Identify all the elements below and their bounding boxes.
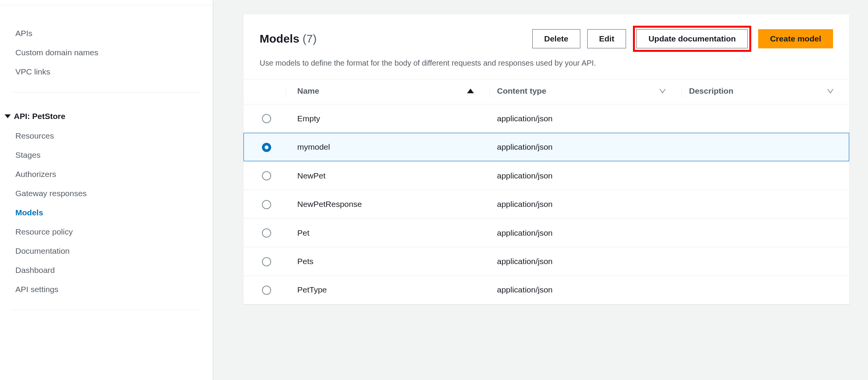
table-row[interactable]: Petapplication/json bbox=[244, 218, 849, 247]
cell-name: PetType bbox=[286, 276, 489, 304]
sidebar-item-vpc-links[interactable]: VPC links bbox=[15, 62, 197, 81]
page-title-count: (7) bbox=[303, 32, 317, 45]
row-radio[interactable] bbox=[262, 143, 271, 152]
create-model-button[interactable]: Create model bbox=[758, 29, 833, 48]
table-row[interactable]: mymodelapplication/json bbox=[244, 133, 849, 161]
row-radio[interactable] bbox=[262, 200, 271, 209]
sidebar-item-custom-domain-names[interactable]: Custom domain names bbox=[15, 43, 197, 62]
models-panel: Models (7) Delete Edit Update documentat… bbox=[243, 14, 850, 304]
sidebar-item-resource-policy[interactable]: Resource policy bbox=[15, 222, 197, 241]
column-name[interactable]: Name bbox=[286, 79, 489, 104]
sidebar-top-section: APIsCustom domain namesVPC links bbox=[0, 15, 213, 85]
sidebar-divider bbox=[12, 92, 201, 93]
table-row[interactable]: Emptyapplication/json bbox=[244, 104, 849, 133]
column-description[interactable]: Description bbox=[681, 79, 849, 104]
cell-description bbox=[681, 133, 849, 161]
cell-description bbox=[681, 161, 849, 190]
sort-icon bbox=[827, 86, 834, 96]
sidebar-item-stages[interactable]: Stages bbox=[15, 145, 197, 165]
column-name-label: Name bbox=[297, 86, 319, 96]
page-title-text: Models bbox=[260, 32, 299, 45]
cell-name: NewPet bbox=[286, 161, 489, 190]
sidebar-item-models[interactable]: Models bbox=[15, 203, 197, 222]
cell-description bbox=[681, 190, 849, 218]
row-radio[interactable] bbox=[262, 257, 271, 266]
main-content: Models (7) Delete Edit Update documentat… bbox=[213, 0, 868, 380]
sort-asc-icon bbox=[467, 89, 474, 93]
sidebar-divider bbox=[12, 310, 201, 310]
table-row[interactable]: PetTypeapplication/json bbox=[244, 276, 849, 304]
edit-button[interactable]: Edit bbox=[587, 29, 626, 48]
page-title: Models (7) bbox=[260, 32, 316, 45]
cell-name: Pet bbox=[286, 218, 489, 247]
action-buttons: Delete Edit Update documentation Create … bbox=[532, 26, 833, 52]
cell-name: Empty bbox=[286, 104, 489, 133]
panel-description: Use models to define the format for the … bbox=[260, 59, 833, 68]
row-radio[interactable] bbox=[262, 286, 271, 295]
sidebar-item-authorizers[interactable]: Authorizers bbox=[15, 165, 197, 184]
cell-name: NewPetResponse bbox=[286, 190, 489, 218]
delete-button[interactable]: Delete bbox=[532, 29, 580, 48]
table-row[interactable]: Petsapplication/json bbox=[244, 247, 849, 276]
cell-content-type: application/json bbox=[489, 190, 681, 218]
cell-name: Pets bbox=[286, 247, 489, 276]
row-radio[interactable] bbox=[262, 114, 271, 123]
cell-description bbox=[681, 104, 849, 133]
sidebar: APIsCustom domain namesVPC links API: Pe… bbox=[0, 0, 213, 380]
update-documentation-button[interactable]: Update documentation bbox=[636, 29, 748, 48]
panel-header: Models (7) Delete Edit Update documentat… bbox=[244, 14, 849, 79]
cell-description bbox=[681, 247, 849, 276]
sidebar-api-header[interactable]: API: PetStore bbox=[5, 108, 197, 126]
sidebar-api-section: API: PetStore ResourcesStagesAuthorizers… bbox=[0, 99, 213, 303]
table-row[interactable]: NewPetResponseapplication/json bbox=[244, 190, 849, 218]
cell-description bbox=[681, 276, 849, 304]
sidebar-api-title: API: PetStore bbox=[14, 112, 65, 121]
table-row[interactable]: NewPetapplication/json bbox=[244, 161, 849, 190]
highlight-annotation: Update documentation bbox=[633, 26, 751, 52]
sidebar-item-documentation[interactable]: Documentation bbox=[15, 241, 197, 261]
sidebar-item-apis[interactable]: APIs bbox=[15, 24, 197, 43]
cell-name: mymodel bbox=[286, 133, 489, 161]
sidebar-item-gateway-responses[interactable]: Gateway responses bbox=[15, 184, 197, 203]
row-radio[interactable] bbox=[262, 228, 271, 238]
caret-down-icon bbox=[5, 114, 11, 118]
sidebar-item-dashboard[interactable]: Dashboard bbox=[15, 261, 197, 280]
cell-content-type: application/json bbox=[489, 247, 681, 276]
models-table: Name Content type bbox=[244, 79, 849, 304]
column-content-type[interactable]: Content type bbox=[489, 79, 681, 104]
sidebar-item-resources[interactable]: Resources bbox=[15, 126, 197, 145]
cell-content-type: application/json bbox=[489, 161, 681, 190]
cell-description bbox=[681, 218, 849, 247]
sort-icon bbox=[659, 86, 666, 96]
row-radio[interactable] bbox=[262, 171, 271, 180]
column-content-type-label: Content type bbox=[497, 86, 546, 96]
column-select bbox=[244, 79, 286, 104]
cell-content-type: application/json bbox=[489, 276, 681, 304]
cell-content-type: application/json bbox=[489, 218, 681, 247]
column-description-label: Description bbox=[689, 86, 734, 96]
cell-content-type: application/json bbox=[489, 104, 681, 133]
sidebar-item-api-settings[interactable]: API settings bbox=[15, 280, 197, 299]
cell-content-type: application/json bbox=[489, 133, 681, 161]
